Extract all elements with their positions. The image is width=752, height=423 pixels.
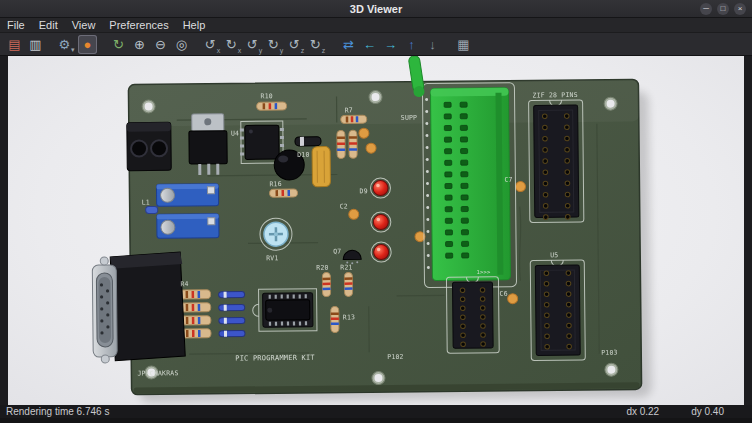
trimpot-2: [157, 214, 219, 239]
silkscreen-label: L1: [142, 198, 150, 206]
raytracing-icon[interactable]: ●: [78, 35, 97, 54]
window-bottom-edge: [0, 418, 752, 423]
resistor-r16: [269, 189, 297, 197]
silkscreen-label: R20: [316, 264, 328, 272]
maximize-button[interactable]: □: [717, 3, 729, 15]
trimpot-1: [156, 184, 218, 207]
silkscreen-label: P103: [601, 349, 618, 357]
window-controls: ─□×: [700, 3, 752, 15]
rotate-x-ccw-icon[interactable]: ↺x: [203, 35, 222, 54]
flip-board-icon[interactable]: ⇄: [339, 35, 358, 54]
trimmer-rv1: [260, 218, 292, 250]
rotate-z-ccw-icon[interactable]: ↺z: [287, 35, 306, 54]
silkscreen-label: U4: [231, 130, 239, 138]
silkscreen-label: D10: [297, 151, 309, 159]
silkscreen-label: RV1: [266, 254, 278, 262]
resistor-r13: [331, 306, 339, 332]
silkscreen-label: PIC PROGRAMMER KIT: [235, 354, 315, 363]
resistor-r21: [344, 272, 352, 296]
zoom-in-icon[interactable]: ⊕: [130, 35, 149, 54]
silkscreen-label: R21: [340, 263, 352, 271]
menu-item-edit[interactable]: Edit: [32, 18, 65, 32]
silkscreen-label: D9: [359, 187, 367, 195]
minimize-button[interactable]: ─: [700, 3, 712, 15]
status-dy: dy 0.40: [691, 406, 724, 417]
pan-up-icon[interactable]: ↑: [402, 35, 421, 54]
reload-icon[interactable]: ↻: [109, 35, 128, 54]
led-2: [371, 212, 391, 232]
silkscreen-label: R10: [260, 92, 272, 100]
copy-image-icon[interactable]: ▥: [26, 35, 45, 54]
viewport-3d[interactable]: SUPPR10U4D10R7R16C2D9Q7R20R21R13R4L1RV1Z…: [8, 56, 744, 405]
zoom-out-icon[interactable]: ⊖: [151, 35, 170, 54]
menu-bar: FileEditViewPreferencesHelp: [0, 18, 752, 33]
export-image-icon[interactable]: ▤: [5, 35, 24, 54]
terminal-block: [127, 122, 172, 170]
film-capacitor: [312, 147, 330, 187]
db9-connector: [92, 252, 185, 363]
render-options-icon[interactable]: ⚙▾: [57, 35, 76, 54]
rotate-y-cw-icon[interactable]: ↻y: [266, 35, 285, 54]
led-1: [370, 178, 390, 198]
silkscreen-label: R13: [343, 313, 355, 321]
menu-item-preferences[interactable]: Preferences: [102, 18, 175, 32]
silkscreen-label: 1>>>: [476, 269, 491, 275]
pan-right-icon[interactable]: →: [381, 35, 400, 54]
menu-item-help[interactable]: Help: [176, 18, 213, 32]
toolbar: ▤▥⚙▾●↻⊕⊖◎↺x↻x↺y↻y↺z↻z⇄←→↑↓▦: [0, 33, 752, 56]
silkscreen-label: SUPP: [401, 114, 418, 122]
diode-d10: [295, 137, 321, 146]
menu-item-file[interactable]: File: [0, 18, 32, 32]
pcb-board: SUPPR10U4D10R7R16C2D9Q7R20R21R13R4L1RV1Z…: [90, 56, 641, 395]
silkscreen-label: P102: [387, 353, 404, 361]
ortho-view-icon[interactable]: ▦: [454, 35, 473, 54]
silkscreen-label: JP-CHAKRAS: [137, 369, 178, 377]
rotate-z-cw-icon[interactable]: ↻z: [308, 35, 327, 54]
close-button[interactable]: ×: [734, 3, 746, 15]
title-bar: 3D Viewer ─□×: [0, 0, 752, 18]
zoom-fit-icon[interactable]: ◎: [172, 35, 191, 54]
silkscreen-label: ZIF 28 PINS: [532, 91, 577, 99]
ic-socket-u5: [530, 260, 585, 361]
silkscreen-label: Q7: [333, 247, 341, 255]
silkscreen-label: C2: [340, 202, 348, 210]
ic-socket-p102: [446, 277, 499, 354]
status-bar: Rendering time 6.746 s dx 0.22 dy 0.40: [0, 405, 752, 418]
silkscreen-label: R16: [269, 180, 281, 188]
resistor-r10: [257, 102, 287, 110]
rotate-y-ccw-icon[interactable]: ↺y: [245, 35, 264, 54]
silkscreen-label: R4: [180, 280, 188, 288]
silkscreen-label: R7: [345, 106, 353, 114]
silkscreen-label: U5: [550, 251, 558, 259]
rendering-time: Rendering time 6.746 s: [6, 406, 109, 417]
window-title: 3D Viewer: [0, 3, 752, 15]
resistor-r7: [341, 115, 367, 123]
pcb-3d-view[interactable]: SUPPR10U4D10R7R16C2D9Q7R20R21R13R4L1RV1Z…: [8, 56, 744, 405]
silkscreen-label: C7: [504, 176, 512, 184]
pan-left-icon[interactable]: ←: [360, 35, 379, 54]
silkscreen-label: C6: [500, 290, 508, 298]
menu-item-view[interactable]: View: [65, 18, 103, 32]
inductor-l1: [146, 206, 158, 213]
pan-down-icon[interactable]: ↓: [423, 35, 442, 54]
rotate-x-cw-icon[interactable]: ↻x: [224, 35, 243, 54]
resistor-r20: [322, 273, 330, 297]
ic-socket-top-right: [529, 100, 584, 223]
status-dx: dx 0.22: [626, 406, 659, 417]
led-3: [371, 242, 391, 262]
